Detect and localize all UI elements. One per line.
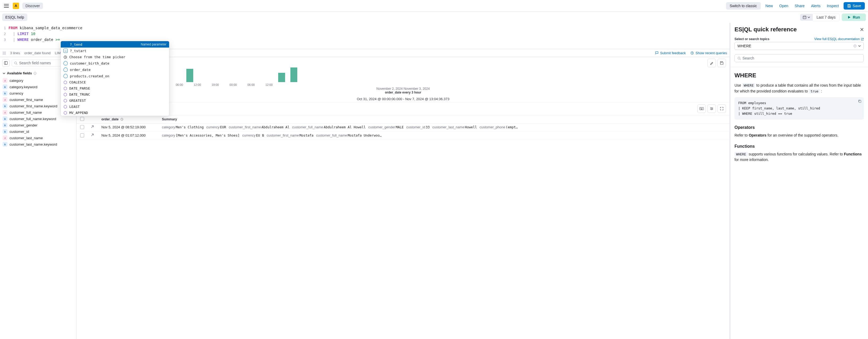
history-icon	[690, 51, 694, 55]
alerts-link[interactable]: Alerts	[809, 3, 822, 9]
suggestion-item[interactable]: ▭?_tstart	[61, 48, 169, 54]
fullscreen-button[interactable]	[717, 105, 726, 113]
search-icon	[737, 57, 741, 60]
suggestion-item[interactable]: COALESCE	[61, 79, 169, 85]
ref-paragraph: WHERE supports various functions for cal…	[735, 151, 864, 163]
save-visualization-button[interactable]	[717, 59, 726, 67]
esql-editor[interactable]: 1FROM kibana_sample_data_ecommerce 2 | L…	[0, 23, 730, 49]
field-type-icon: t	[3, 136, 7, 140]
field-type-icon: k	[3, 116, 7, 121]
grip-icon[interactable]	[3, 52, 6, 55]
field-item[interactable]: tcustomer_last_name	[0, 135, 76, 141]
histogram-bar[interactable]	[278, 73, 285, 82]
ref-functions-heading: Functions	[735, 143, 864, 150]
select-all-checkbox[interactable]	[80, 117, 84, 121]
external-link-icon	[861, 38, 864, 41]
date-range-label[interactable]: Last 7 days	[813, 13, 840, 21]
row-checkbox[interactable]	[80, 125, 84, 129]
table-row[interactable]: Nov 5, 2024 @ 08:52:19.000categoryMen's …	[76, 123, 730, 132]
close-icon[interactable]	[860, 28, 864, 31]
cell-summary: category[Men's Accessories, Men's Shoes]…	[162, 133, 726, 137]
expand-row-icon[interactable]	[91, 133, 97, 137]
sidebar-collapse-button[interactable]	[2, 59, 9, 67]
topbar: A Discover Switch to classic New Open Sh…	[0, 0, 868, 12]
chart-range: Oct 31, 2024 @ 00:00:00.000 - Nov 7, 202…	[80, 97, 726, 101]
suggestion-item[interactable]: DATE_TRUNC	[61, 91, 169, 97]
field-type-icon: t	[3, 78, 7, 83]
search-icon	[14, 61, 18, 65]
table-row[interactable]: Nov 5, 2024 @ 01:07:12.000category[Men's…	[76, 132, 730, 140]
column-summary[interactable]: Summary	[162, 117, 726, 121]
view-docs-link[interactable]: View full ES|QL documentation	[814, 37, 864, 41]
field-type-icon: k	[3, 91, 7, 96]
field-type-icon: k	[3, 142, 7, 147]
cell-order-date: Nov 5, 2024 @ 01:07:12.000	[101, 133, 157, 137]
expand-row-icon[interactable]	[91, 125, 97, 128]
breadcrumb-discover[interactable]: Discover	[22, 3, 43, 9]
suggestion-item[interactable]: GREATEST	[61, 97, 169, 104]
open-link[interactable]: Open	[778, 3, 790, 9]
svg-point-2	[3, 52, 3, 52]
field-item[interactable]: kcustomer_gender	[0, 122, 76, 128]
suggestion-item[interactable]: LEAST	[61, 104, 169, 110]
svg-rect-18	[702, 108, 703, 108]
svg-point-3	[4, 52, 4, 52]
svg-point-25	[738, 57, 740, 59]
recent-queries-link[interactable]: Show recent queries	[690, 51, 727, 55]
comment-icon	[655, 51, 658, 55]
save-label: Save	[852, 4, 861, 8]
field-item[interactable]: kcustomer_last_name.keyword	[0, 141, 76, 147]
submit-feedback-link[interactable]: Submit feedback	[655, 51, 686, 55]
field-type-icon: t	[3, 97, 7, 102]
topic-select[interactable]: WHERE	[735, 42, 864, 50]
new-link[interactable]: New	[764, 3, 775, 9]
svg-rect-12	[4, 61, 7, 64]
field-item[interactable]: kcustomer_id	[0, 128, 76, 135]
chevron-down-icon	[3, 72, 5, 75]
save-button[interactable]: Save	[844, 2, 865, 9]
topics-label: Select or search topics	[735, 37, 769, 41]
svg-point-20	[711, 107, 711, 108]
info-icon[interactable]	[33, 72, 37, 75]
edit-visualization-button[interactable]	[707, 59, 716, 67]
inspect-link[interactable]: Inspect	[825, 3, 840, 9]
svg-rect-17	[701, 108, 702, 108]
avatar[interactable]: A	[13, 3, 19, 9]
field-item[interactable]: kcustomer_full_name.keyword	[0, 116, 76, 122]
suggestion-item[interactable]: ▭?_tendNamed parameter	[61, 41, 169, 48]
suggestion-item[interactable]: DATE_PARSE	[61, 85, 169, 91]
date-picker[interactable]: Last 7 days	[800, 13, 840, 21]
esql-help-button[interactable]: ES|QL help	[2, 13, 27, 21]
clear-icon[interactable]	[854, 45, 857, 48]
cell-summary: categoryMen's ClothingcurrencyEURcustome…	[162, 125, 726, 129]
svg-rect-16	[700, 108, 701, 108]
reference-search-input[interactable]: Search	[735, 54, 864, 62]
suggestion-item[interactable]: order_date	[61, 66, 169, 73]
row-checkbox[interactable]	[80, 133, 84, 137]
suggestion-item[interactable]: products.created_on	[61, 73, 169, 79]
menu-icon[interactable]	[3, 3, 9, 9]
field-type-icon: k	[3, 104, 7, 108]
histogram-bar[interactable]	[290, 67, 297, 82]
run-button[interactable]: Run	[842, 13, 866, 21]
histogram-bar[interactable]	[186, 69, 193, 82]
reference-title: ES|QL quick reference	[735, 26, 797, 33]
calendar-icon[interactable]	[800, 14, 813, 21]
switch-to-classic-button[interactable]: Switch to classic	[726, 2, 761, 9]
svg-rect-26	[859, 101, 861, 103]
keyboard-shortcuts-button[interactable]	[697, 105, 706, 113]
line-number: 3	[0, 38, 8, 42]
column-order-date[interactable]: order_date	[101, 117, 157, 121]
svg-point-9	[4, 54, 4, 54]
field-type-icon: t	[3, 110, 7, 115]
display-options-button[interactable]	[707, 105, 716, 113]
suggestion-item[interactable]: Choose from the time picker	[61, 54, 169, 60]
lines-count: 3 lines	[10, 51, 20, 55]
ref-code-example: FROM employees | KEEP first_name, last_n…	[735, 97, 864, 119]
suggestion-item[interactable]: customer_birth_date	[61, 60, 169, 66]
share-link[interactable]: Share	[793, 3, 806, 9]
ref-paragraph: Refer to Operators for an overview of th…	[735, 133, 864, 138]
copy-icon[interactable]	[858, 100, 862, 103]
suggestion-item[interactable]: MV_APPEND	[61, 110, 169, 116]
field-type-icon: k	[3, 84, 7, 89]
